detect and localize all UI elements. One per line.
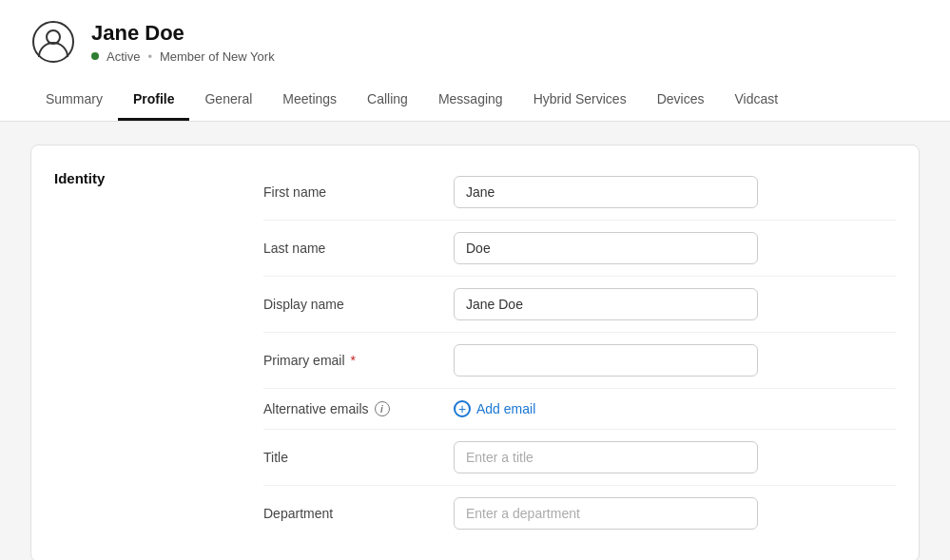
tab-devices[interactable]: Devices [642,80,720,121]
identity-fields: First name Last name Display name [263,164,896,541]
tab-calling[interactable]: Calling [352,80,423,121]
membership-label: Member of New York [160,49,275,64]
add-email-label: Add email [476,401,535,416]
primary-email-input-wrap [454,344,758,377]
alternative-emails-action: + Add email [454,400,758,417]
first-name-label: First name [263,184,454,200]
identity-card: Identity First name Last name [30,145,920,560]
primary-email-row: Primary email * [263,333,896,389]
primary-email-input[interactable] [454,344,758,377]
main-content: Identity First name Last name [0,122,950,560]
alternative-emails-info-icon[interactable]: i [375,401,390,416]
header: Jane Doe Active • Member of New York Sum… [0,0,950,122]
tab-profile[interactable]: Profile [118,80,190,121]
title-input-wrap [454,441,758,473]
nav-tabs: Summary Profile General Meetings Calling… [30,80,920,121]
alternative-emails-row: Alternative emails i + Add email [263,389,896,430]
status-indicator [91,52,99,60]
alternative-emails-label: Alternative emails i [263,401,454,416]
tab-summary[interactable]: Summary [30,80,118,121]
display-name-input[interactable] [454,288,758,320]
tab-general[interactable]: General [189,80,267,121]
display-name-row: Display name [263,277,896,333]
last-name-label: Last name [263,241,454,256]
last-name-input-wrap [454,232,758,264]
title-label: Title [263,450,454,465]
tab-messaging[interactable]: Messaging [423,80,518,121]
plus-circle-icon: + [454,400,471,417]
department-label: Department [263,506,454,521]
tab-vidcast[interactable]: Vidcast [719,80,793,121]
first-name-input-wrap [454,176,758,208]
required-marker: * [351,353,356,368]
last-name-input[interactable] [454,232,758,264]
identity-label: Identity [54,164,263,186]
status-label: Active [107,49,140,64]
primary-email-label: Primary email * [263,353,454,368]
header-meta: Active • Member of New York [91,49,275,64]
display-name-label: Display name [263,297,454,312]
user-avatar-icon [30,19,76,65]
first-name-row: First name [263,164,896,221]
department-row: Department [263,486,896,541]
display-name-input-wrap [454,288,758,320]
first-name-input[interactable] [454,176,758,208]
user-name: Jane Doe [91,21,275,46]
separator: • [147,49,152,64]
tab-meetings[interactable]: Meetings [267,80,352,121]
header-info: Jane Doe Active • Member of New York [91,21,275,64]
identity-section: Identity First name Last name [31,145,919,560]
title-row: Title [263,430,896,486]
title-input[interactable] [454,441,758,473]
department-input-wrap [454,497,758,530]
svg-point-1 [47,30,60,44]
tab-hybrid-services[interactable]: Hybrid Services [518,80,642,121]
last-name-row: Last name [263,221,896,277]
add-email-button[interactable]: + Add email [454,400,535,417]
department-input[interactable] [454,497,758,530]
